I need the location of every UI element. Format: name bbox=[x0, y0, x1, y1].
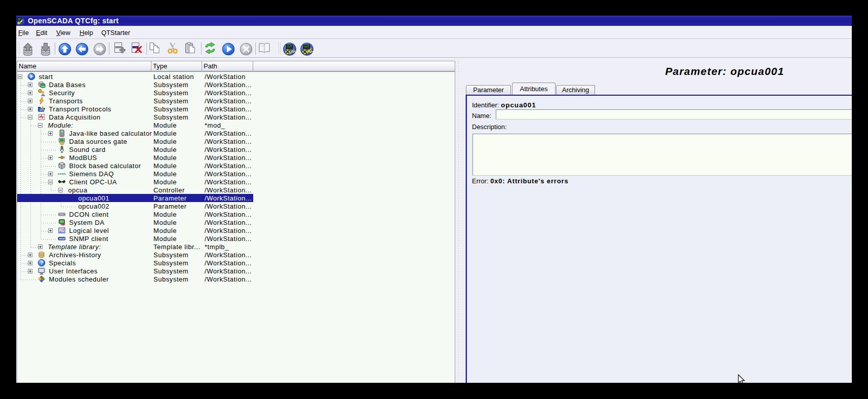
svg-text:?: ? bbox=[40, 260, 44, 266]
svg-text:DCON: DCON bbox=[59, 214, 65, 216]
svg-text:SNMP: SNMP bbox=[59, 237, 66, 240]
svg-text:SIEMENS: SIEMENS bbox=[58, 173, 66, 175]
